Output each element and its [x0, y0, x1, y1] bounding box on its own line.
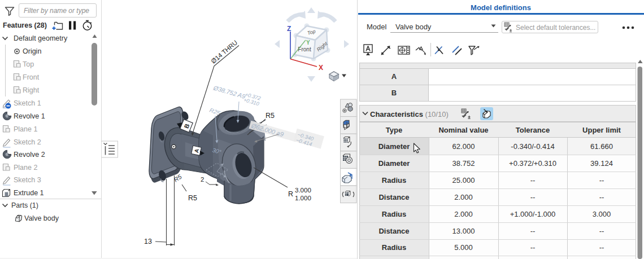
- svg-text:Y: Y: [306, 39, 310, 46]
- svg-text:R25: R25: [208, 107, 221, 117]
- svg-text:Ø14 THRU: Ø14 THRU: [210, 39, 238, 65]
- svg-text:2: 2: [201, 176, 204, 183]
- svg-text:Ø38.752 A9: Ø38.752 A9: [212, 84, 246, 100]
- svg-text:X: X: [319, 64, 323, 72]
- svg-text:R: R: [288, 190, 293, 198]
- svg-text:1.000: 1.000: [295, 195, 311, 201]
- svg-text:R5: R5: [266, 112, 275, 120]
- svg-text:Z: Z: [287, 25, 291, 33]
- svg-text:3.000: 3.000: [295, 187, 311, 194]
- svg-text:13: 13: [144, 238, 152, 245]
- svg-text:R5: R5: [188, 194, 197, 202]
